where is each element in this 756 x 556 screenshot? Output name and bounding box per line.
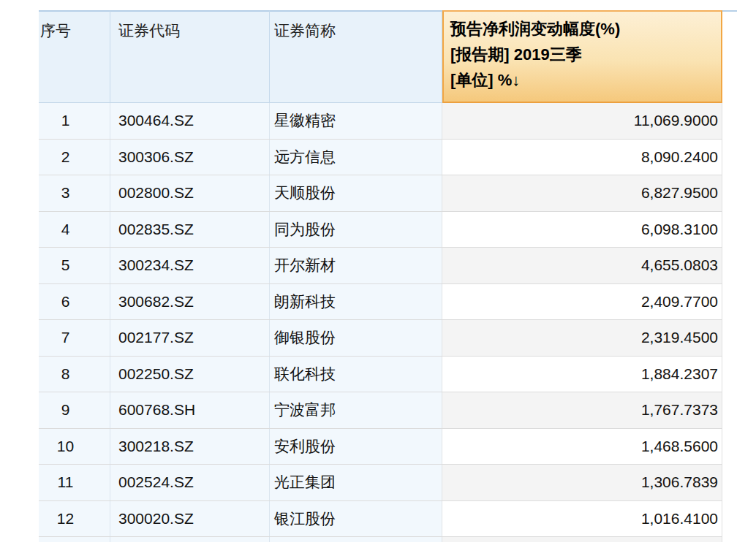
stock-screener-table-view: 序号 证券代码 证券简称 预告净利润变动幅度(%) [报告期] 2019三季 […	[0, 0, 756, 556]
security-code-cell: 300218.SZ	[110, 429, 270, 465]
value-cell: 2,409.7700	[442, 284, 722, 320]
row-index-cell: 1	[39, 103, 110, 139]
table-row[interactable]: 1 300464.SZ 星徽精密 11,069.9000	[39, 103, 722, 140]
value-cell: 11,069.9000	[442, 103, 722, 139]
row-index-cell: 8	[39, 357, 110, 392]
security-code-cell: 300464.SZ	[110, 103, 270, 139]
table-row[interactable]: 7 002177.SZ 御银股份 2,319.4500	[39, 320, 722, 357]
column-header-forecast-net-profit-change[interactable]: 预告净利润变动幅度(%) [报告期] 2019三季 [单位] %↓	[442, 10, 722, 103]
value-header-metric-line: 预告净利润变动幅度(%)	[450, 16, 715, 42]
column-header-index[interactable]: 序号	[39, 10, 110, 103]
value-cell: 6,827.9500	[442, 175, 722, 211]
column-header-security-name[interactable]: 证券简称	[270, 10, 442, 103]
table-row[interactable]: 6 300682.SZ 朗新科技 2,409.7700	[39, 284, 722, 321]
table-row[interactable]: 8 002250.SZ 联化科技 1,884.2307	[39, 357, 722, 393]
security-code-cell: 002835.SZ	[110, 212, 270, 248]
security-code-cell: 002250.SZ	[110, 357, 270, 392]
value-cell: 4,655.0803	[442, 248, 722, 283]
row-index-cell: 11	[39, 465, 110, 500]
security-code-cell: 300306.SZ	[110, 140, 270, 175]
security-name-cell: 安利股份	[270, 429, 442, 465]
security-name-cell: 宁波富邦	[270, 392, 442, 428]
table-row[interactable]: 4 002835.SZ 同为股份 6,098.3100	[39, 212, 722, 248]
security-name-cell: 光正集团	[270, 465, 442, 500]
row-index-cell: 7	[39, 320, 110, 356]
value-cell: 1,884.2307	[442, 357, 722, 392]
table-row[interactable]: 11 002524.SZ 光正集团 1,306.7839	[39, 465, 722, 501]
row-index-cell: 6	[39, 284, 110, 320]
row-index-cell: 3	[39, 175, 110, 211]
table-row[interactable]: 10 300218.SZ 安利股份 1,468.5600	[39, 429, 722, 465]
table-top-border-stub	[722, 10, 737, 12]
sort-descending-icon: ↓	[512, 71, 520, 89]
table-row[interactable]: 5 300234.SZ 开尔新材 4,655.0803	[39, 248, 722, 284]
security-name-cell: 朗新科技	[270, 284, 442, 320]
security-name-cell: 天顺股份	[270, 175, 442, 211]
row-index-cell: 9	[39, 392, 110, 428]
value-cell: 1,468.5600	[442, 429, 722, 465]
security-name-cell: 远方信息	[270, 140, 442, 175]
security-code-cell: 600768.SH	[110, 392, 270, 428]
row-index-cell: 5	[39, 248, 110, 283]
security-name-cell: 联化科技	[270, 357, 442, 392]
results-table: 序号 证券代码 证券简称 预告净利润变动幅度(%) [报告期] 2019三季 […	[39, 10, 722, 542]
security-name-cell: 御银股份	[270, 320, 442, 356]
security-code-cell: 002800.SZ	[110, 175, 270, 211]
security-code-cell: 300020.SZ	[110, 501, 270, 537]
security-code-cell: 002177.SZ	[110, 320, 270, 356]
security-code-cell: 300682.SZ	[110, 284, 270, 320]
security-name-cell: 银江股份	[270, 501, 442, 537]
table-row[interactable]: 2 300306.SZ 远方信息 8,090.2400	[39, 140, 722, 176]
table-body: 1 300464.SZ 星徽精密 11,069.9000 2 300306.SZ…	[39, 103, 722, 537]
value-cell: 8,090.2400	[442, 140, 722, 175]
security-name-cell: 开尔新材	[270, 248, 442, 283]
column-header-security-code[interactable]: 证券代码	[110, 10, 270, 103]
value-cell: 6,098.3100	[442, 212, 722, 248]
security-code-cell: 300234.SZ	[110, 248, 270, 283]
row-index-cell: 4	[39, 212, 110, 248]
security-name-cell: 同为股份	[270, 212, 442, 248]
table-row[interactable]: 3 002800.SZ 天顺股份 6,827.9500	[39, 175, 722, 212]
row-index-cell: 2	[39, 140, 110, 175]
row-index-cell: 12	[39, 501, 110, 537]
table-row[interactable]: 12 300020.SZ 银江股份 1,016.4100	[39, 501, 722, 538]
value-cell: 1,016.4100	[442, 501, 722, 537]
security-code-cell: 002524.SZ	[110, 465, 270, 500]
value-header-report-period-line: [报告期] 2019三季	[450, 42, 715, 67]
value-cell: 2,319.4500	[442, 320, 722, 356]
table-row[interactable]: 9 600768.SH 宁波富邦 1,767.7373	[39, 392, 722, 429]
value-cell: 1,306.7839	[442, 465, 722, 500]
table-header-row: 序号 证券代码 证券简称 预告净利润变动幅度(%) [报告期] 2019三季 […	[39, 10, 722, 103]
partial-row	[39, 537, 722, 542]
row-index-cell: 10	[39, 429, 110, 465]
value-header-unit-line: [单位] %↓	[450, 67, 715, 93]
security-name-cell: 星徽精密	[270, 103, 442, 139]
value-cell: 1,767.7373	[442, 392, 722, 428]
